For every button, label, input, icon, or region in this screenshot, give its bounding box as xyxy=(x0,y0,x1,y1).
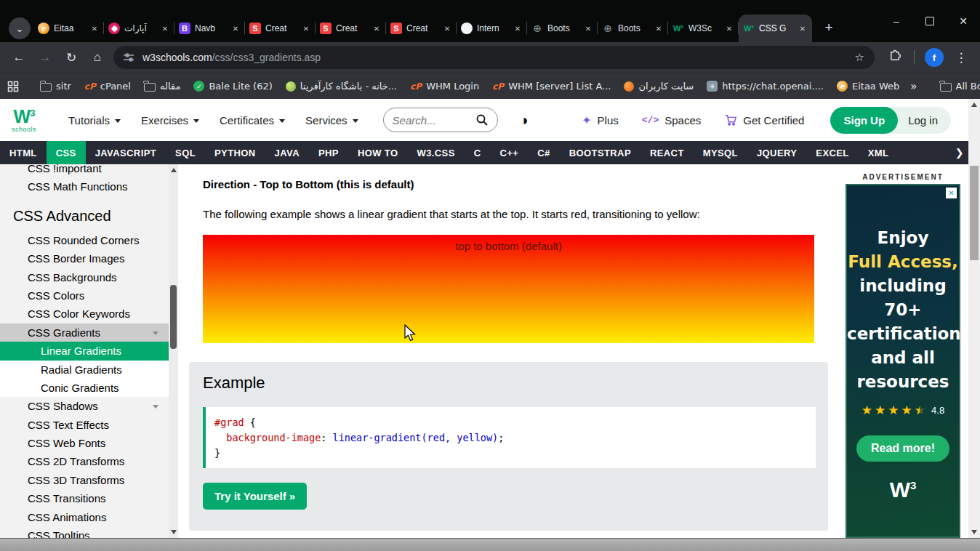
sidebar-item-css-math-functions[interactable]: CSS Math Functions xyxy=(0,177,169,196)
nav-item-howto[interactable]: HOW TO xyxy=(348,141,408,164)
bookmark-item[interactable]: مقاله xyxy=(144,81,180,92)
sidebar-scrollbar[interactable] xyxy=(169,164,178,538)
sidebar-item-css-2d-transforms[interactable]: CSS 2D Transforms xyxy=(0,452,169,470)
browser-tab[interactable]: eEitaa✕ xyxy=(33,15,104,42)
nav-item-react[interactable]: REACT xyxy=(640,141,694,164)
reload-button[interactable]: ↻ xyxy=(58,50,84,65)
spaces-link[interactable]: </> Spaces xyxy=(642,114,701,126)
sidebar-item-radial-gradients[interactable]: Radial Gradients xyxy=(0,361,169,379)
browser-tab[interactable]: SCreat✕ xyxy=(245,15,316,42)
plus-link[interactable]: ✦ Plus xyxy=(582,113,619,127)
scroll-up-icon[interactable] xyxy=(171,168,177,172)
nav-item-excel[interactable]: EXCEL xyxy=(806,141,858,164)
nav-item-css[interactable]: CSS xyxy=(47,141,86,164)
tab-close-icon[interactable]: ✕ xyxy=(724,25,734,33)
sidebar-item-css-rounded-corners[interactable]: CSS Rounded Corners xyxy=(0,231,169,249)
sidebar-item-css-transitions[interactable]: CSS Transitions xyxy=(0,489,169,507)
close-window-button[interactable]: ✕ xyxy=(947,0,980,42)
scroll-up-icon[interactable] xyxy=(971,102,977,107)
bookmark-item[interactable]: cPWHM [server] List A... xyxy=(492,81,611,92)
site-search-input[interactable]: Search... xyxy=(383,108,498,132)
page-scroll-thumb[interactable] xyxy=(970,166,979,260)
try-it-yourself-button[interactable]: Try it Yourself » xyxy=(203,483,307,510)
tab-close-icon[interactable]: ✕ xyxy=(301,25,311,33)
bookmark-item[interactable]: sitr xyxy=(40,81,71,92)
menu-tutorials[interactable]: Tutorials xyxy=(68,114,121,126)
new-tab-button[interactable]: + xyxy=(819,17,839,38)
menu-certificates[interactable]: Certificates xyxy=(220,114,285,126)
bookmark-item[interactable]: eEitaa Web xyxy=(837,81,899,92)
nav-item-xml[interactable]: XML xyxy=(859,141,899,164)
bookmark-star-icon[interactable]: ☆ xyxy=(855,51,864,64)
dark-mode-toggle-icon[interactable]: ◑ xyxy=(520,112,529,129)
sidebar-item-conic-gradients[interactable]: Conic Gradients xyxy=(0,379,169,397)
sidebar-item-css-3d-transforms[interactable]: CSS 3D Transforms xyxy=(0,471,169,489)
bookmark-item[interactable]: خانه - باشگاه کارآفرینا... xyxy=(286,81,397,92)
nav-item-c[interactable]: C# xyxy=(528,141,559,164)
browser-menu-icon[interactable]: ⋮ xyxy=(948,50,974,65)
sidebar-item-css-text-effects[interactable]: CSS Text Effects xyxy=(0,416,169,434)
menu-services[interactable]: Services xyxy=(305,114,358,126)
scroll-down-icon[interactable] xyxy=(971,530,977,534)
nav-item-c[interactable]: C++ xyxy=(491,141,529,164)
ad-close-icon[interactable]: ✕ xyxy=(946,188,957,198)
tab-close-icon[interactable]: ✕ xyxy=(798,25,808,33)
home-button[interactable]: ⌂ xyxy=(84,50,111,65)
browser-tab[interactable]: SCreat✕ xyxy=(386,15,457,42)
address-bar[interactable]: w3schools.com/css/css3_gradients.asp ☆ xyxy=(113,46,875,69)
all-bookmarks-button[interactable]: All Bookmarks xyxy=(940,81,980,92)
sidebar-item-css-border-images[interactable]: CSS Border Images xyxy=(0,249,169,268)
tab-close-icon[interactable]: ✕ xyxy=(160,25,170,33)
nav-item-bootstrap[interactable]: BOOTSTRAP xyxy=(560,141,640,164)
tab-close-icon[interactable]: ✕ xyxy=(654,25,664,33)
browser-tab[interactable]: ⊕Boots✕ xyxy=(598,15,668,42)
profile-avatar[interactable]: f xyxy=(925,48,944,67)
sidebar-item-linear-gradients[interactable]: Linear Gradients xyxy=(0,342,169,360)
tab-close-icon[interactable]: ✕ xyxy=(442,25,452,33)
sidebar-item-css-color-keywords[interactable]: CSS Color Keywords xyxy=(0,305,169,323)
tab-close-icon[interactable]: ✕ xyxy=(371,25,382,33)
sidebar-item-css-colors[interactable]: CSS Colors xyxy=(0,286,169,305)
sidebar-item-css-web-fonts[interactable]: CSS Web Fonts xyxy=(0,434,169,452)
extensions-icon[interactable] xyxy=(882,49,908,66)
browser-tab[interactable]: ⊕Boots✕ xyxy=(527,15,598,42)
scroll-down-icon[interactable] xyxy=(171,530,177,534)
browser-tab[interactable]: Intern✕ xyxy=(457,15,527,42)
sidebar-scroll-thumb[interactable] xyxy=(170,285,177,349)
browser-tab[interactable]: W³CSS G✕ xyxy=(739,15,812,42)
nav-item-c[interactable]: C xyxy=(465,141,491,164)
bookmark-item[interactable]: ✓Bale Lite (62) xyxy=(193,81,272,92)
sidebar-item-css-tooltips[interactable]: CSS Tooltips xyxy=(0,526,169,538)
tab-close-icon[interactable]: ✕ xyxy=(230,25,241,33)
advertisement[interactable]: ✕ EnjoyFull Access,including70+certifica… xyxy=(846,184,960,538)
browser-tab[interactable]: BNavb✕ xyxy=(174,15,245,42)
bookmark-item[interactable]: ✳https://chat.openai.... xyxy=(707,81,824,92)
nav-item-w3css[interactable]: W3.CSS xyxy=(407,141,464,164)
nav-item-java[interactable]: JAVA xyxy=(265,141,309,164)
maximize-button[interactable] xyxy=(913,0,947,42)
read-more-button[interactable]: Read more! xyxy=(856,435,949,462)
bookmarks-overflow-icon[interactable]: » xyxy=(906,80,921,93)
bookmark-item[interactable]: cPWHM Login xyxy=(410,81,479,92)
tab-close-icon[interactable]: ✕ xyxy=(513,25,523,33)
bookmark-item[interactable]: سایت کاربران xyxy=(624,81,694,92)
back-button[interactable]: ← xyxy=(6,50,32,65)
minimize-button[interactable]: – xyxy=(880,0,913,42)
sidebar-item-css-backgrounds[interactable]: CSS Backgrounds xyxy=(0,268,169,286)
sidebar-item-css-shadows[interactable]: CSS Shadows xyxy=(0,397,169,415)
nav-item-php[interactable]: PHP xyxy=(309,141,348,164)
get-certified-link[interactable]: Get Certified xyxy=(724,113,804,126)
nav-item-python[interactable]: PYTHON xyxy=(205,141,265,164)
nav-item-html[interactable]: HTML xyxy=(0,141,47,164)
w3schools-logo[interactable]: W3 schools xyxy=(12,108,36,133)
sign-up-button[interactable]: Sign Up xyxy=(830,107,898,134)
sidebar-item-css-important[interactable]: CSS !important xyxy=(0,164,169,177)
tab-close-icon[interactable]: ✕ xyxy=(89,25,100,33)
tab-search-button[interactable]: ⌄ xyxy=(9,17,31,39)
browser-tab[interactable]: SCreat✕ xyxy=(316,15,386,42)
menu-exercises[interactable]: Exercises xyxy=(141,114,199,126)
tab-close-icon[interactable]: ✕ xyxy=(583,25,593,33)
browser-tab[interactable]: W³W3Sc✕ xyxy=(668,15,739,42)
page-scrollbar[interactable] xyxy=(968,99,980,538)
bookmark-item[interactable]: cPcPanel xyxy=(84,81,131,92)
